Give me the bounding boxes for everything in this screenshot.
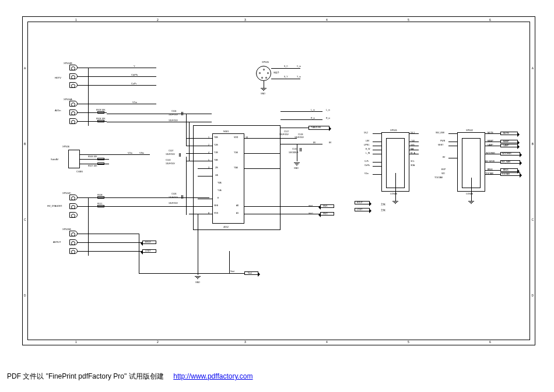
xp501-l0: 5V-2 — [364, 132, 368, 134]
wire — [244, 138, 297, 139]
jack-av2r — [69, 110, 78, 115]
jack-avo3 — [69, 248, 78, 254]
lbl-c506v2: 10UF/16V — [169, 202, 178, 204]
wire — [107, 122, 212, 122]
wire — [139, 234, 139, 273]
wire — [189, 206, 212, 207]
wire — [373, 150, 381, 150]
wire — [373, 166, 381, 167]
col-6: 6 — [489, 18, 491, 22]
lbl-av2in: AV2in — [55, 109, 61, 112]
wire — [78, 104, 156, 104]
wire — [107, 197, 209, 198]
net-y: Y — [134, 65, 135, 68]
net-sw1: SW1 — [323, 205, 328, 207]
wire — [373, 174, 381, 175]
footer-link[interactable]: http://www.pdffactory.com — [173, 372, 253, 380]
wire — [485, 146, 500, 146]
rowr-a: A — [532, 66, 534, 70]
colb-4: 4 — [326, 340, 328, 344]
pin-r4: Y3A — [234, 167, 238, 169]
colb-1: 1 — [75, 340, 77, 344]
lbl-xp506: XP506 — [62, 145, 69, 148]
xp501-r8: SDA — [411, 164, 415, 167]
out-tdutab: TDUTAB — [502, 173, 510, 175]
out-mute: MUTE — [503, 132, 509, 135]
net-cin: C_in — [297, 65, 301, 68]
net-v2in: V2in — [128, 151, 132, 154]
xp502-l6: 8V — [443, 156, 445, 158]
lbl-con18b: CON18 — [466, 193, 473, 195]
pin-r7: A1 — [236, 212, 239, 214]
r508 — [97, 196, 104, 199]
lbl-r503: R503 10K — [96, 109, 106, 111]
header-xp506 — [68, 150, 80, 168]
wire — [198, 176, 212, 176]
jack-avo1 — [69, 231, 78, 236]
drawing-area — [27, 22, 530, 340]
colb-5: 5 — [408, 340, 409, 344]
pin-l0: Y0B — [214, 136, 218, 139]
net-sw2b: SW2 — [308, 213, 313, 215]
wire — [189, 122, 190, 161]
wire — [373, 142, 381, 142]
wire — [264, 81, 264, 88]
wire — [186, 146, 212, 146]
wire — [280, 111, 322, 112]
gnd2 — [195, 276, 201, 281]
pin-l1: Y2B — [214, 144, 218, 146]
wire — [78, 251, 143, 252]
lbl-sterm: S端子 — [274, 72, 279, 74]
r507 — [97, 163, 104, 165]
r506 — [97, 158, 104, 160]
col-3: 3 — [244, 18, 246, 22]
lbl-r508: R508 — [97, 194, 102, 196]
wire — [373, 162, 381, 163]
wire — [189, 214, 212, 214]
wire — [395, 173, 396, 201]
net-v3in: V3in — [139, 151, 144, 154]
colb-6: 6 — [489, 340, 491, 344]
wire — [244, 153, 280, 154]
net-sc: S_C — [284, 65, 288, 68]
col-4: 4 — [326, 18, 328, 22]
wire — [186, 114, 187, 146]
wire — [297, 144, 297, 161]
col-1: 1 — [75, 18, 77, 22]
jack-cr — [69, 82, 78, 88]
lbl-c517: C517 — [284, 130, 289, 133]
net-sy: S_Y — [284, 76, 288, 78]
lbl-rout: ROUT — [145, 241, 151, 243]
col-5: 5 — [408, 18, 409, 22]
ic-4052 — [212, 133, 244, 224]
rowr-c: C — [531, 218, 534, 221]
wire — [448, 146, 457, 146]
wire — [280, 128, 308, 128]
colb-2: 2 — [157, 340, 159, 344]
wire — [373, 146, 381, 146]
wire — [78, 85, 156, 86]
xp501-l8: CbPb — [364, 164, 370, 167]
net-tvaudrl: TVAUD-R/L — [311, 126, 321, 129]
net-rin2: R_in — [326, 117, 330, 119]
wire — [244, 168, 280, 169]
lbl-c518v: 10UF/16V — [294, 136, 304, 139]
jack-avo2 — [69, 239, 78, 245]
wire — [409, 154, 419, 154]
wire — [198, 214, 198, 275]
wire — [229, 251, 230, 273]
net-rout2: ROUT — [357, 202, 363, 204]
xp501-l4: E_W — [366, 148, 370, 150]
wire — [471, 178, 472, 201]
wire — [80, 159, 109, 160]
net-lout2: LOUT — [357, 209, 362, 211]
wire — [78, 76, 156, 77]
lbl-r506: R506 10K — [88, 156, 97, 158]
lbl-gndsv: GND — [261, 93, 265, 95]
pin-l10: VSS — [214, 212, 218, 214]
pin-l2: Y1B — [214, 151, 218, 154]
s-video — [256, 66, 271, 81]
wire — [409, 150, 419, 150]
jack-hv2 — [69, 203, 78, 209]
xp501-l2: L8V — [366, 140, 369, 142]
